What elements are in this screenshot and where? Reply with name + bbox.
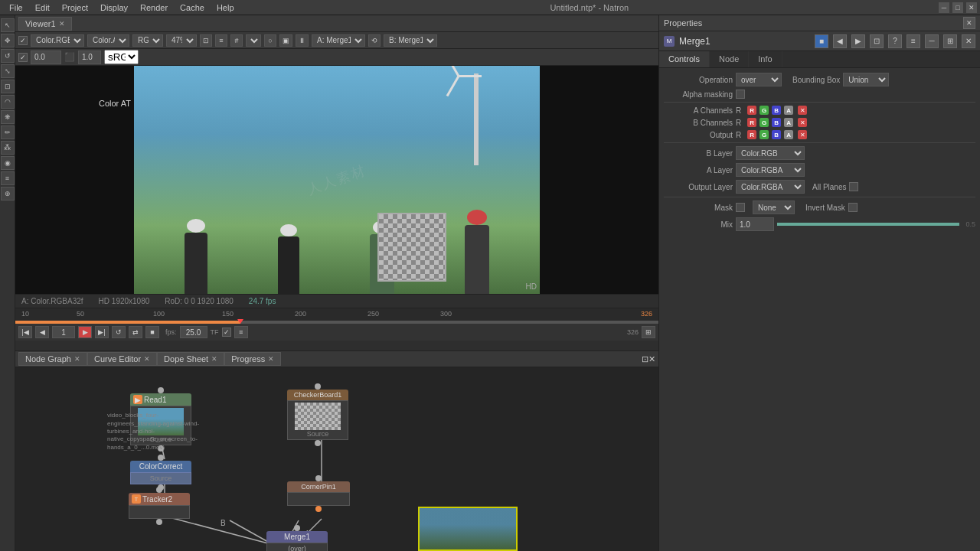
bbox-select[interactable]: Union <box>843 73 889 86</box>
color-selector[interactable]: Color.RGBA <box>31 34 84 47</box>
mask-checkbox[interactable] <box>736 203 745 212</box>
out-ch-g[interactable]: G <box>760 130 769 139</box>
alpha-masking-checkbox[interactable] <box>736 90 745 99</box>
merge-preview-thumbnail[interactable] <box>418 507 518 551</box>
colorspace-selector[interactable]: sRGB <box>104 50 139 64</box>
node-graph-canvas[interactable]: ▶ Read1 Source video_blocks_four-enginee… <box>15 367 658 551</box>
node-close-btn[interactable]: ✕ <box>962 34 975 48</box>
a-ch-g[interactable]: G <box>760 106 769 115</box>
tool-arrow[interactable]: ↖ <box>1 18 15 32</box>
output-layer-select[interactable]: Color.RGBA <box>736 180 805 194</box>
zoom-selector[interactable]: 47% <box>166 34 197 47</box>
mix-slider-track[interactable] <box>777 223 959 226</box>
a-layer-select[interactable]: Color.RGBA <box>736 163 805 177</box>
tab-curve-editor[interactable]: Curve Editor ✕ <box>87 352 157 366</box>
node-btn-1[interactable]: ◀ <box>833 34 847 48</box>
menu-edit[interactable]: Edit <box>29 3 56 12</box>
tool-rotate[interactable]: ↺ <box>1 49 15 63</box>
timeline-btn-settings[interactable]: ≡ <box>234 326 248 338</box>
timeline-settings-btn2[interactable]: ⊞ <box>642 326 655 338</box>
node-minimize-btn[interactable]: ─ <box>925 34 939 48</box>
all-planes-checkbox[interactable] <box>849 182 858 191</box>
timeline-btn-prev[interactable]: ◀ <box>35 326 49 338</box>
tab-progress[interactable]: Progress ✕ <box>224 352 281 366</box>
frame-input[interactable] <box>52 326 75 338</box>
node-cornerpin[interactable]: CornerPin1 <box>287 478 350 512</box>
tab-dope-sheet-close[interactable]: ✕ <box>211 355 217 363</box>
tool-misc[interactable]: ≡ <box>1 171 15 185</box>
a-sync-btn[interactable]: ⟲ <box>368 34 381 47</box>
timeline-ruler[interactable]: 10 50 100 150 200 250 300 326 <box>15 308 658 324</box>
color-a-selector[interactable]: Color.A <box>87 34 129 47</box>
node-float-btn[interactable]: ⊞ <box>943 34 957 48</box>
menu-render[interactable]: Render <box>134 3 174 12</box>
proxy-selector[interactable]: 2 <box>246 34 261 47</box>
b-ch-b[interactable]: B <box>772 118 781 127</box>
color-picker-btn[interactable]: ⬛ <box>64 52 75 62</box>
view-options-btn[interactable]: ≡ <box>215 34 227 47</box>
tool-view[interactable]: ◉ <box>1 156 15 170</box>
mix-slider-container[interactable] <box>777 223 959 226</box>
a-ch-r[interactable]: R <box>747 106 756 115</box>
minimize-btn[interactable]: ─ <box>939 2 949 13</box>
timeline-btn-start[interactable]: |◀ <box>18 326 32 338</box>
out-ch-a[interactable]: A <box>784 130 793 139</box>
menu-file[interactable]: File <box>3 3 29 12</box>
node-graph-collapse-btn[interactable]: ⊡ <box>642 354 648 364</box>
node-help-btn[interactable]: ? <box>888 34 902 48</box>
out-ch-x[interactable]: ✕ <box>798 130 807 139</box>
pause-btn[interactable]: ⏸ <box>296 34 309 47</box>
proxy-off-btn[interactable]: ○ <box>264 34 276 47</box>
timeline-btn-next[interactable]: ▶| <box>95 326 109 338</box>
viewer-tab-close[interactable]: ✕ <box>59 20 65 28</box>
overlay-checkbox[interactable]: ✓ <box>18 53 28 62</box>
invert-mask-checkbox[interactable] <box>848 203 858 212</box>
close-btn[interactable]: ✕ <box>966 2 977 13</box>
timeline-btn-play[interactable]: ▶ <box>78 326 92 338</box>
tab-curve-editor-close[interactable]: ✕ <box>144 355 150 363</box>
out-ch-r[interactable]: R <box>747 130 756 139</box>
out-ch-b[interactable]: B <box>772 130 781 139</box>
node-checkerboard[interactable]: CheckerBoard1 Source <box>287 386 348 443</box>
tool-crop[interactable]: ⊡ <box>1 80 15 93</box>
operation-select[interactable]: over <box>736 73 782 86</box>
b-ch-g[interactable]: G <box>760 118 769 127</box>
node-merge1[interactable]: Merge1 (over) <box>266 528 328 551</box>
menu-display[interactable]: Display <box>94 3 134 12</box>
tool-particle[interactable]: ⁂ <box>1 141 15 155</box>
input-a-selector[interactable]: A: Merge1 <box>312 34 365 47</box>
node-graph-close-btn[interactable]: ✕ <box>648 354 655 364</box>
timeline-btn-loop[interactable]: ↺ <box>112 326 126 338</box>
zoom-fit-btn[interactable]: ⊡ <box>200 34 212 47</box>
tool-clone[interactable]: ❋ <box>1 110 15 124</box>
properties-close-btn[interactable]: ✕ <box>963 17 975 29</box>
maximize-btn[interactable]: □ <box>952 2 963 13</box>
b-ch-x[interactable]: ✕ <box>798 118 807 127</box>
tool-move[interactable]: ✥ <box>1 34 15 47</box>
value-input-1[interactable] <box>31 51 61 64</box>
b-layer-select[interactable]: Color.RGB <box>736 146 805 160</box>
tool-bezier[interactable]: ◠ <box>1 95 15 109</box>
tab-node-graph-close[interactable]: ✕ <box>74 355 80 363</box>
node-btn-3[interactable]: ⊡ <box>870 34 884 48</box>
channel-selector[interactable]: RGB <box>132 34 163 47</box>
value-input-2[interactable] <box>78 51 101 64</box>
grid-btn[interactable]: # <box>230 34 243 47</box>
props-tab-info[interactable]: Info <box>749 51 782 67</box>
tab-node-graph[interactable]: Node Graph ✕ <box>18 352 87 366</box>
tool-paint[interactable]: ✏ <box>1 126 15 139</box>
mask-none-select[interactable]: None <box>753 201 795 214</box>
roi-btn[interactable]: ▣ <box>279 34 292 47</box>
a-ch-x[interactable]: ✕ <box>798 106 807 115</box>
input-b-selector[interactable]: B: Merge1 <box>384 34 437 47</box>
node-tracker2[interactable]: T Tracker2 <box>129 490 190 522</box>
tab-progress-close[interactable]: ✕ <box>268 355 274 363</box>
tool-extra[interactable]: ⊕ <box>1 187 15 201</box>
node-btn-2[interactable]: ▶ <box>851 34 865 48</box>
b-ch-r[interactable]: R <box>747 118 756 127</box>
viewer-tab-1[interactable]: Viewer1 ✕ <box>18 17 72 31</box>
menu-help[interactable]: Help <box>211 3 240 12</box>
viewer-active-checkbox[interactable]: ✓ <box>18 36 28 45</box>
props-tab-controls[interactable]: Controls <box>659 51 710 67</box>
tab-dope-sheet[interactable]: Dope Sheet ✕ <box>157 352 224 366</box>
